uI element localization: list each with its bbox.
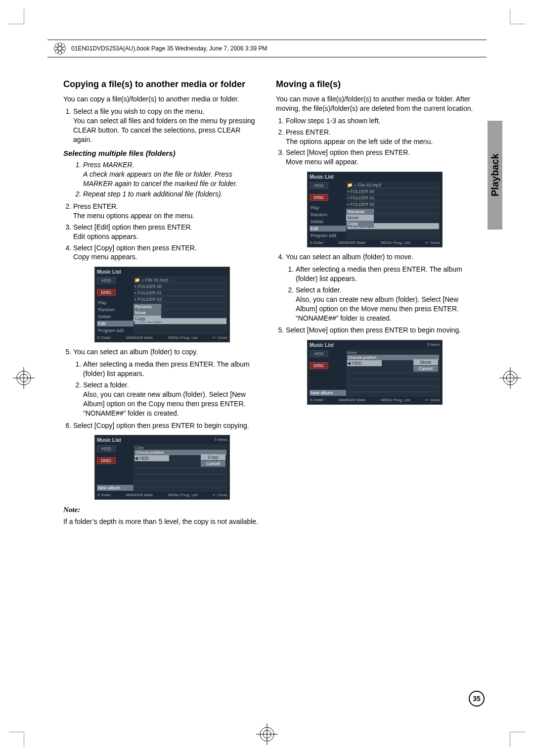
osd-footer: ⊙ EnterMARKER MarkMENU Prog. List↵ Close — [97, 492, 227, 497]
step: You can select an album (folder) to move… — [286, 252, 474, 323]
osd-row — [347, 373, 439, 379]
note-label: Note: — [63, 506, 261, 514]
osd-tag: DISC — [97, 457, 116, 464]
registration-mark — [499, 367, 521, 389]
ctx-item: Move — [134, 310, 161, 316]
step: Select a file you wish to copy on the me… — [73, 107, 261, 144]
step: Select [Copy] option then press ENTER to… — [73, 421, 261, 430]
registration-mark — [13, 367, 35, 389]
osd-side-item: Edit — [310, 226, 346, 232]
osd-footer: ⊙ EnterMARKER MarkMENU Prog. List↵ Close — [97, 334, 227, 340]
osd-info: 5 Items — [215, 437, 227, 444]
crop-mark — [9, 727, 29, 747]
heading-copy: Copying a file(s) to another media or fo… — [63, 79, 261, 90]
left-column: Copying a file(s) to another media or fo… — [63, 79, 261, 529]
osd-row: ▪FOLDER 00 — [134, 284, 226, 290]
osd-copy-menu: Music List HDD DISC Play Random Delete E… — [94, 267, 230, 342]
osd-side-item: Delete — [310, 219, 346, 225]
osd-row: ▪FOLDER 02 — [134, 296, 226, 303]
osd-label: Copy — [134, 445, 226, 450]
book-header: 01EN01DVDS253A(AU).book Page 35 Wednesda… — [47, 40, 487, 57]
ctx-item: Copy — [134, 316, 161, 322]
osd-side-item: Random — [310, 212, 346, 218]
folder-icon: 📁 — [347, 183, 353, 188]
osd-tag: DISC — [310, 362, 328, 369]
osd-header-row: 📁 ♪ File 01.mp3 — [134, 277, 226, 284]
osd-row: ▪FOLDER 01 — [347, 195, 439, 201]
osd-side-item: Program add — [97, 328, 134, 333]
osd-button: Cancel — [413, 366, 438, 372]
osd-tag: DISC — [310, 194, 328, 201]
osd-side-item: Delete — [97, 314, 134, 320]
crop-mark — [9, 9, 29, 29]
crop-mark — [505, 727, 525, 747]
page-number: 35 — [469, 691, 485, 707]
osd-label: Move — [347, 350, 439, 355]
osd-row — [134, 481, 226, 487]
osd-button: Move — [413, 359, 438, 366]
osd-header-row: 📁 ♪ File 02.mp3 — [347, 182, 439, 189]
osd-row — [134, 468, 226, 474]
sub-step: Select a folder. Also, you can create ne… — [83, 380, 261, 418]
osd-copy-destination: Music List 5 Items HDD DISC New album Co… — [94, 435, 230, 500]
osd-side-item: Edit — [97, 321, 134, 327]
step: Select [Move] option then press ENTER. M… — [286, 148, 474, 167]
registration-mark — [256, 723, 278, 745]
sub-step-text: A check mark appears on the file or fold… — [83, 170, 237, 188]
content: Copying a file(s) to another media or fo… — [63, 79, 475, 529]
osd-row: ▪FOLDER 02 — [347, 201, 439, 208]
intro-text: You can copy a file(s)/folder(s) to anot… — [63, 94, 261, 104]
crop-mark — [505, 9, 525, 29]
osd-tag: HDD — [97, 445, 116, 452]
osd-move-destination: Music List 5 Items HDD DISC New album Mo… — [307, 340, 443, 405]
sub-heading: Selecting multiple files (folders) — [63, 149, 261, 157]
osd-row: ▪FOLDER 00 — [347, 189, 439, 195]
ctx-item: Copy — [346, 221, 374, 227]
step: Press ENTER. The options appear on the l… — [286, 128, 474, 146]
osd-side-item: Play — [97, 300, 134, 306]
heading-move: Moving a file(s) — [276, 79, 474, 90]
section-tab: Playback — [488, 121, 502, 230]
sub-step: Press MARKER. A check mark appears on th… — [83, 160, 261, 189]
ctx-item: Rename — [134, 304, 161, 310]
step: Follow steps 1-3 as shown left. — [286, 116, 474, 126]
osd-footer: ⊙ EnterMARKER MarkMENU Prog. List↵ Close — [310, 239, 440, 245]
osd-tag: HDD — [97, 277, 116, 284]
osd-dest-row: ◀HDD — [134, 455, 169, 462]
rosette-icon — [52, 41, 67, 56]
right-column: Moving a file(s) You can move a file(s)/… — [276, 79, 474, 529]
sub-step-text: Press MARKER. — [83, 161, 134, 169]
osd-move-menu: Music List HDD DISC Play Random Delete E… — [307, 172, 443, 247]
osd-info: 5 Items — [427, 342, 440, 349]
osd-row — [134, 474, 226, 481]
osd-file: File 01.mp3 — [145, 278, 169, 283]
sub-step: Repeat step 1 to mark additional file (f… — [83, 189, 261, 199]
music-icon: ♪ — [141, 278, 144, 283]
osd-title: Music List — [310, 342, 334, 348]
osd-button: Cancel — [201, 461, 225, 467]
osd-tag: HDD — [310, 350, 328, 357]
osd-side-item: Random — [97, 307, 134, 313]
music-icon: ♪ — [354, 183, 356, 188]
sub-step: After selecting a media then press ENTER… — [296, 265, 474, 284]
step: Select [Move] option then press ENTER to… — [286, 326, 474, 335]
step: You can select an album (folder) to copy… — [73, 347, 261, 418]
osd-tag: DISC — [97, 289, 116, 296]
osd-context-menu: Rename Move Copy — [346, 209, 374, 227]
osd-tag: HDD — [310, 182, 328, 189]
step: Select [Copy] option then press ENTER. C… — [73, 243, 261, 262]
intro-text: You can move a file(s)/folder(s) to anot… — [276, 94, 474, 113]
osd-side-item: New album — [310, 390, 346, 396]
step: Press ENTER. The menu options appear on … — [73, 202, 261, 221]
folder-icon: 📁 — [134, 278, 140, 283]
sub-step: After selecting a media then press ENTER… — [83, 360, 261, 378]
ctx-item: Rename — [346, 209, 374, 215]
osd-side-item: Program add — [310, 233, 346, 238]
osd-file: File 02.mp3 — [358, 183, 381, 188]
osd-title: Music List — [97, 437, 121, 443]
header-text: 01EN01DVDS253A(AU).book Page 35 Wednesda… — [71, 45, 267, 52]
page: 01EN01DVDS253A(AU).book Page 35 Wednesda… — [0, 0, 534, 756]
osd-title: Music List — [310, 174, 440, 180]
osd-footer: ⊙ EnterMARKER MarkMENU Prog. List↵ Close — [310, 397, 440, 402]
osd-context-menu: Rename Move Copy — [134, 304, 161, 322]
